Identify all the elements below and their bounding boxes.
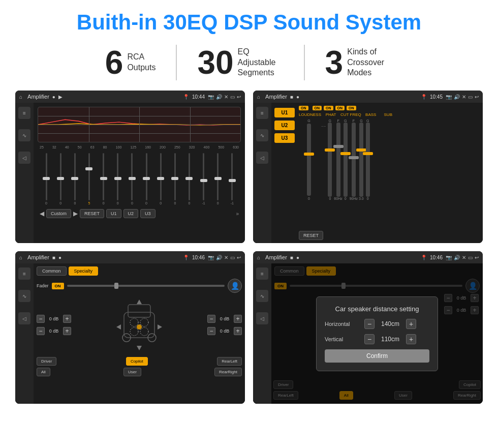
fader-slider[interactable] [67,285,225,287]
fl-plus-btn[interactable]: + [63,315,71,323]
loudness-label: LOUDNESS [299,112,321,117]
x-icon-3: ✕ [224,255,228,260]
fr-plus-btn[interactable]: + [234,315,242,323]
eq-slider-0[interactable]: 0 [40,153,53,205]
screen1-sidebar: ≡ ∿ ◁ [15,103,34,243]
eq-slider-4[interactable]: 0 [97,153,110,205]
specialty-tab[interactable]: Specialty [69,266,99,276]
right-controls: − 0 dB + − 0 dB + [207,315,242,335]
speaker-icon[interactable]: ◁ [18,152,30,164]
fl-minus-btn[interactable]: − [37,315,45,323]
eq-slider-9[interactable]: 0 [168,153,181,205]
fader-on-btn[interactable]: ON [52,283,64,289]
wave-icon-4[interactable]: ∿ [256,290,268,302]
rr-plus-btn[interactable]: + [234,327,242,335]
eq-slider-12[interactable]: 0 [211,153,225,205]
u2-btn[interactable]: U2 [123,209,139,218]
eq-icon-2[interactable]: ≡ [256,107,268,119]
horizontal-plus-btn[interactable]: + [406,319,416,329]
rearleft-btn[interactable]: All [37,368,50,376]
vertical-control: − 110cm + [364,334,416,344]
u1-preset-btn[interactable]: U1 [274,108,295,117]
eq-slider-1[interactable]: 0 [54,153,67,205]
horizontal-minus-btn[interactable]: − [364,319,375,329]
profile-icon[interactable]: 👤 [228,279,242,293]
back-icon-3[interactable]: ↩ [237,255,241,260]
home-icon-3[interactable]: ⌂ [19,255,22,260]
screen2-sidebar: ≡ ∿ ◁ [253,103,271,243]
eq-slider-6[interactable]: 0 [126,153,139,205]
eq-slider-7[interactable]: 0 [140,153,153,205]
wave-icon-3[interactable]: ∿ [18,290,30,302]
eq-slider-3[interactable]: 5 [82,153,96,205]
u2-preset-btn[interactable]: U2 [274,121,295,130]
rearright-btn[interactable]: RearRight [214,368,242,376]
home-icon-2[interactable]: ⌂ [257,94,260,100]
rl-plus-btn[interactable]: + [63,327,71,335]
fader-row: Fader ON 👤 [37,279,242,293]
fl-control: − 0 dB + [37,315,71,323]
prev-btn[interactable]: ◀ [40,210,44,217]
svg-marker-11 [116,324,121,330]
u1-btn[interactable]: U1 [106,209,121,218]
loudness-on[interactable]: ON [299,106,308,110]
driver-btn[interactable]: Driver [37,357,56,366]
confirm-button[interactable]: Confirm [325,349,429,363]
back-icon[interactable]: ↩ [237,94,241,100]
sub-on[interactable]: ON [347,106,356,110]
bass-on[interactable]: ON [335,106,345,110]
eq-slider-5[interactable]: 0 [111,153,124,205]
screen3-topbar: ⌂ Amplifier ■ ● 📍 10:46 📷 🔊 ✕ ▭ ↩ [15,251,245,263]
cutfreq-on[interactable]: ON [324,106,333,110]
eq-graph [38,107,241,142]
eq-slider-10[interactable]: 0 [182,153,196,205]
screen-eq: ⌂ Amplifier ● ▶ 📍 10:44 📷 🔊 ✕ ▭ ↩ ≡ ∿ [15,91,245,243]
fr-minus-btn[interactable]: − [207,315,215,323]
vertical-minus-btn[interactable]: − [364,334,375,344]
all-btn[interactable]: Copilot [126,357,148,366]
back-icon-4[interactable]: ↩ [475,255,479,260]
stat-rca: 6 RCAOutputs [85,46,176,79]
play-icon-small: ▶ [58,94,63,100]
u3-preset-btn[interactable]: U3 [274,133,295,143]
rr-minus-btn[interactable]: − [207,327,215,335]
copilot-btn[interactable]: User [123,368,141,376]
dialog-title: Car speaker distance setting [325,305,429,313]
reset-btn[interactable]: RESET [80,209,104,218]
next-btn[interactable]: ▶ [73,210,78,217]
user-btn[interactable]: RearLeft [217,357,242,366]
rl-minus-btn[interactable]: − [37,327,45,335]
eq-slider-11[interactable]: -1 [197,153,210,205]
vertical-plus-btn[interactable]: + [406,334,416,344]
back-icon-2[interactable]: ↩ [475,94,479,100]
eq-slider-13[interactable]: -1 [226,153,239,205]
eq-slider-2[interactable]: 0 [68,153,81,205]
eq-icon-4[interactable]: ≡ [256,267,268,280]
screen4-topbar: ⌂ Amplifier ■ ● 📍 10:46 📷 🔊 ✕ ▭ ↩ [253,251,483,263]
rr-db-value: 0 dB [217,328,232,334]
screen-specialty: ⌂ Amplifier ■ ● 📍 10:46 📷 🔊 ✕ ▭ ↩ ≡ ∿ [15,251,245,404]
u3-btn[interactable]: U3 [140,209,155,218]
sub-label: SUB [381,112,396,117]
eq-icon[interactable]: ≡ [18,107,30,119]
speaker-icon-4[interactable]: ◁ [256,312,268,324]
speaker-icon-3[interactable]: ◁ [18,312,30,324]
speaker-icon-2[interactable]: ◁ [256,152,268,164]
amp-reset-btn[interactable]: RESET [299,231,323,240]
screen3-time: 10:46 [192,255,205,260]
custom-btn[interactable]: Custom [46,209,71,218]
location-icon-2: 📍 [421,94,427,100]
eq-icon-3[interactable]: ≡ [18,267,30,280]
eq-slider-8[interactable]: 0 [154,153,167,205]
vertical-label: Vertical [325,336,360,342]
dot-icon-5: ● [58,255,61,260]
home-icon[interactable]: ⌂ [19,94,22,100]
screens-grid: ⌂ Amplifier ● ▶ 📍 10:44 📷 🔊 ✕ ▭ ↩ ≡ ∿ [15,91,483,404]
phat-on[interactable]: ON [313,106,322,110]
home-icon-4[interactable]: ⌂ [257,255,260,260]
wave-icon-2[interactable]: ∿ [256,129,268,141]
dialog-horizontal-row: Horizontal − 140cm + [325,319,429,329]
common-tab[interactable]: Common [37,266,67,276]
wave-icon[interactable]: ∿ [18,129,30,141]
location-icon-4: 📍 [421,255,427,260]
